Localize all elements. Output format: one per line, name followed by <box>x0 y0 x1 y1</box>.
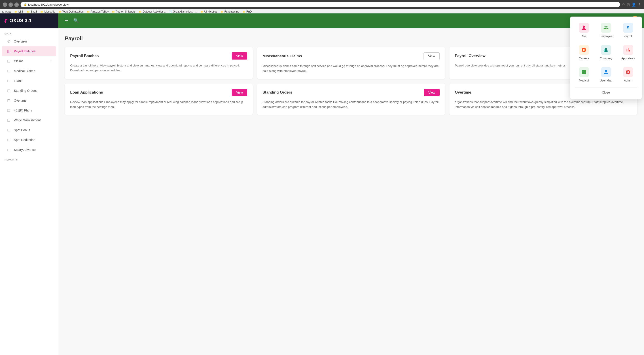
medical-claims-icon: ◻ <box>6 69 11 73</box>
folder-icon-amazon: 📁 <box>87 10 90 13</box>
folder-icon-menu: 📁 <box>40 10 44 13</box>
app-switcher-close-button[interactable]: Close <box>602 91 610 94</box>
card-standing-orders: Standing Orders View Standing orders are… <box>257 84 445 115</box>
payroll-icon: $ <box>623 23 633 33</box>
header-controls: ☰ 🔍 <box>62 16 81 25</box>
bookmark-saas[interactable]: 📁 SaaS <box>26 10 37 13</box>
bookmark-outdoor-label: Outdoor Activities... <box>143 10 166 13</box>
sidebar-item-loans[interactable]: ◻ Loans <box>2 76 56 86</box>
card-misc-claims: Miscellaneous Claims View Miscellaneous … <box>257 47 445 79</box>
sidebar-item-401k[interactable]: ◻ 401(K) Plans <box>2 105 56 115</box>
sidebar: MAIN ⊙ Overview ◫ Payroll Batches ◻ Clai… <box>0 29 58 355</box>
sidebar-item-wage-garnishment[interactable]: ◻ Wage Garnishment <box>2 115 56 125</box>
app-item-careers[interactable]: Careers <box>575 43 593 62</box>
bookmark-python[interactable]: 📁 Python Snippets <box>112 10 135 13</box>
app-item-admin[interactable]: Admin <box>619 65 637 84</box>
sidebar-item-standing-orders[interactable]: ◻ Standing Orders <box>2 86 56 95</box>
bookmark-outdoor[interactable]: 📁 Outdoor Activities... <box>139 10 166 13</box>
forward-button[interactable]: › <box>8 3 13 7</box>
sidebar-item-label-spot-deduction: Spot Deduction <box>14 138 52 142</box>
extension-icon[interactable]: ⊡ <box>627 3 630 7</box>
sidebar-item-label-401k: 401(K) Plans <box>14 109 52 112</box>
app-header: ꞧ OXUS 3.1 ☰ 🔍 ⚙ ⊞ 🔔 5 80x80 <box>0 14 644 28</box>
salary-advance-icon: ◻ <box>6 147 11 152</box>
sidebar-section-main: MAIN <box>0 29 58 36</box>
view-loan-applications-button[interactable]: View <box>232 89 247 96</box>
sidebar-item-medical-claims[interactable]: ◻ Medical Claims <box>2 66 56 76</box>
me-icon <box>579 23 589 33</box>
wage-garnishment-icon: ◻ <box>6 118 11 122</box>
bookmark-rnd[interactable]: 📁 RnD <box>242 10 252 13</box>
sidebar-item-spot-bonus[interactable]: ◻ Spot Bonus <box>2 125 56 135</box>
bookmark-python-label: Python Snippets <box>116 10 135 13</box>
reload-button[interactable]: ↻ <box>14 3 19 7</box>
sidebar-item-label-claims: Claims <box>14 59 48 63</box>
bookmark-apps-label: Apps <box>5 10 11 13</box>
bookmark-ui-label: UI Niceties <box>204 10 217 13</box>
view-misc-claims-button[interactable]: View <box>424 52 440 60</box>
back-button[interactable]: ‹ <box>3 3 7 7</box>
app-item-employee-label: Employee <box>600 35 612 38</box>
lock-icon: 🔒 <box>24 3 27 6</box>
app-item-me[interactable]: Me <box>575 21 593 40</box>
card-standing-orders-title: Standing Orders <box>262 90 292 95</box>
overview-icon: ⊙ <box>6 39 11 44</box>
card-payroll-batches-desc: Create a payroll here. View payroll hist… <box>70 63 247 73</box>
bookmark-game-label: Great Game List - ... <box>173 10 197 13</box>
sidebar-item-overtime[interactable]: ◻ Overtime <box>2 96 56 105</box>
folder-icon-saas: 📁 <box>26 10 30 13</box>
app-item-medical[interactable]: Medical <box>575 65 593 84</box>
sidebar-item-label-spot-bonus: Spot Bonus <box>14 128 52 132</box>
sidebar-item-spot-deduction[interactable]: ◻ Spot Deduction <box>2 135 56 145</box>
sidebar-item-label-loans: Loans <box>14 79 52 83</box>
sidebar-item-overview[interactable]: ⊙ Overview <box>2 37 56 46</box>
sidebar-item-claims[interactable]: ◻ Claims ▾ <box>2 56 56 66</box>
cards-grid: Payroll Batches View Create a payroll he… <box>65 47 637 115</box>
bookmark-ui[interactable]: 📁 UI Niceties <box>200 10 217 13</box>
app-item-employee[interactable]: Employee <box>597 21 616 40</box>
browser-chrome: ‹ › ↻ 🔒 localhost:8001/payroll/overview/… <box>0 0 644 9</box>
bookmark-amazon[interactable]: 📁 Amazon ToBuy <box>87 10 109 13</box>
bookmark-fundraising[interactable]: 📁 Fund raising <box>220 10 239 13</box>
search-button[interactable]: 🔍 <box>72 16 81 25</box>
app-item-appraisals[interactable]: Appraisals <box>619 43 637 62</box>
folder-icon-lbs: 📁 <box>14 10 18 13</box>
file-icon-game: 📄 <box>169 10 172 13</box>
sidebar-item-label-overview: Overview <box>14 40 52 43</box>
overtime-icon: ◻ <box>6 98 11 103</box>
app-item-user-mgt-label: User Mgt. <box>600 79 612 82</box>
menu-icon[interactable]: ⋮ <box>638 3 641 7</box>
folder-icon-rnd: 📁 <box>242 10 246 13</box>
logo: ꞧ OXUS 3.1 <box>0 14 58 28</box>
address-bar[interactable]: 🔒 localhost:8001/payroll/overview/ <box>20 2 620 8</box>
view-payroll-batches-button[interactable]: View <box>232 52 247 60</box>
sidebar-item-payroll-batches[interactable]: ◫ Payroll Batches <box>2 46 56 56</box>
app-item-payroll[interactable]: $ Payroll <box>619 21 637 40</box>
profile-icon[interactable]: 👤 <box>632 3 636 7</box>
bookmark-web-label: Web Optimization <box>62 10 84 13</box>
card-payroll-overview-title: Payroll Overview <box>455 54 486 58</box>
card-overtime-desc: organizations that support overtime will… <box>455 100 632 110</box>
app-item-company[interactable]: Company <box>597 43 616 62</box>
bookmark-web-opt[interactable]: 📁 Web Optimization <box>58 10 84 13</box>
bookmark-star-icon[interactable]: ☆ <box>622 3 625 7</box>
app-item-user-mgt[interactable]: User Mgt. <box>597 65 616 84</box>
view-standing-orders-button[interactable]: View <box>424 89 440 96</box>
app-switcher-grid: Me Employee $ Payroll Careers <box>575 21 637 84</box>
card-misc-claims-desc: Miscellaneous claims come through self s… <box>262 64 440 74</box>
bookmark-menu-ng[interactable]: 📁 Menu.Ng <box>40 10 55 13</box>
sidebar-item-salary-advance[interactable]: ◻ Salary Advance <box>2 145 56 154</box>
bookmark-amazon-label: Amazon ToBuy <box>91 10 109 13</box>
card-loan-applications: Loan Applications View Review loan appli… <box>65 84 253 115</box>
bookmark-apps[interactable]: ⊞ Apps <box>2 10 11 13</box>
bookmark-game-list[interactable]: 📄 Great Game List - ... <box>169 10 197 13</box>
appraisals-icon <box>623 45 633 55</box>
bookmark-lbs[interactable]: 📁 LBS <box>14 10 24 13</box>
payroll-batches-icon: ◫ <box>6 49 11 54</box>
folder-icon-python: 📁 <box>112 10 115 13</box>
hamburger-menu-button[interactable]: ☰ <box>62 16 70 25</box>
folder-icon-outdoor: 📁 <box>139 10 142 13</box>
app-item-appraisals-label: Appraisals <box>621 57 635 60</box>
bookmark-lbs-label: LBS <box>18 10 24 13</box>
bookmark-rnd-label: RnD <box>246 10 252 13</box>
